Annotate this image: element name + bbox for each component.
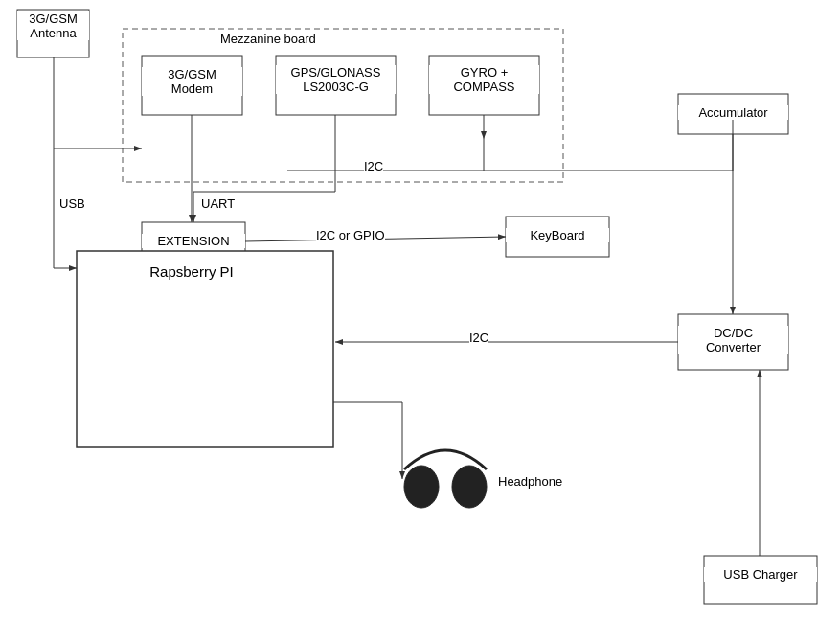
svg-point-29 [404,466,439,508]
svg-rect-8 [77,251,333,447]
i2c-bottom-label: I2C [469,331,488,345]
dcdc-label: DC/DCConverter [678,326,788,354]
raspberry-label: Rapsberry PI [96,263,287,280]
mezzanine-label: Mezzanine board [220,32,316,46]
svg-point-30 [452,466,487,508]
uart-label: UART [201,196,235,211]
gps-label: GPS/GLONASSLS2003C-G [276,65,396,94]
svg-rect-2 [123,29,563,182]
antenna-label: 3G/GSMAntenna [17,11,89,40]
i2c-mezzanine-label: I2C [364,159,383,173]
diagram: 3G/GSMAntenna Mezzanine board 3G/GSMMode… [0,0,840,617]
i2c-gpio-label: I2C or GPIO [316,228,385,242]
accumulator-label: Accumulator [678,105,788,120]
usb-label: USB [59,196,85,211]
usb-charger-label: USB Charger [704,567,817,582]
modem-label: 3G/GSMModem [142,67,242,96]
gyro-label: GYRO +COMPASS [429,65,539,94]
headphone-label: Headphone [498,474,562,489]
extension-label: EXTENSION [142,234,245,248]
keyboard-label: KeyBoard [506,228,609,242]
